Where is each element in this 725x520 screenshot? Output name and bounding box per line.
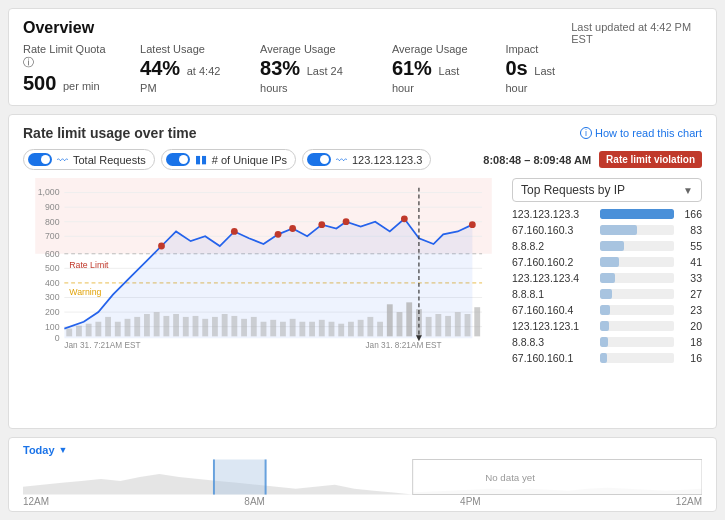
metric-avg-24h: Average Usage 83% Last 24 hours: [260, 43, 360, 95]
svg-rect-41: [212, 317, 218, 336]
svg-point-73: [318, 221, 325, 228]
how-to-link[interactable]: i How to read this chart: [580, 127, 702, 139]
mini-nav-header: Today ▼: [23, 444, 702, 456]
mini-label-2: 4PM: [460, 496, 481, 507]
ip-bar-container: [600, 257, 674, 267]
metric-value-4: 0s Last hour: [505, 57, 571, 95]
svg-rect-82: [213, 459, 267, 494]
svg-rect-68: [474, 307, 480, 336]
ip-count: 16: [680, 352, 702, 364]
svg-rect-52: [319, 320, 325, 337]
page-title: Overview: [23, 19, 571, 37]
chevron-down-icon[interactable]: ▼: [59, 445, 68, 455]
ip-address: 67.160.160.3: [512, 224, 594, 236]
svg-rect-51: [309, 322, 315, 337]
ip-list-item: 67.160.160.4 23: [512, 304, 702, 316]
ip-address: 67.160.160.1: [512, 352, 594, 364]
svg-point-69: [158, 243, 165, 250]
ip-bar: [600, 209, 674, 219]
ip-address: 67.160.160.4: [512, 304, 594, 316]
metric-value-2: 83% Last 24 hours: [260, 57, 360, 95]
dropdown-label: Top Requests by IP: [521, 183, 625, 197]
svg-rect-56: [358, 320, 364, 337]
ip-list-item: 8.8.8.1 27: [512, 288, 702, 300]
svg-text:Warning: Warning: [69, 287, 101, 297]
svg-rect-47: [270, 320, 276, 337]
mini-label-0: 12AM: [23, 496, 49, 507]
svg-rect-65: [445, 316, 451, 336]
toggle-switch-2[interactable]: [307, 153, 331, 166]
time-range-label: 8:08:48 – 8:09:48 AM: [483, 154, 591, 166]
svg-text:200: 200: [45, 307, 60, 317]
svg-rect-48: [280, 322, 286, 337]
ip-list-item: 67.160.160.3 83: [512, 224, 702, 236]
svg-rect-34: [144, 314, 150, 336]
ip-bar: [600, 273, 615, 283]
svg-point-70: [231, 228, 238, 235]
ip-bar-container: [600, 305, 674, 315]
svg-text:Jan 31, 8:21AM EST: Jan 31, 8:21AM EST: [366, 341, 442, 348]
metric-impact: Impact 0s Last hour: [505, 43, 571, 95]
toggle-total-requests[interactable]: 〰 Total Requests: [23, 149, 155, 170]
svg-text:400: 400: [45, 278, 60, 288]
svg-text:100: 100: [45, 322, 60, 332]
svg-rect-67: [465, 314, 471, 336]
toggle-ip-123[interactable]: 〰 123.123.123.3: [302, 149, 431, 170]
ip-count: 166: [680, 208, 702, 220]
metrics-row: Rate Limit Quota ⓘ 500 per min Latest Us…: [23, 43, 571, 95]
svg-rect-59: [387, 304, 393, 336]
svg-rect-39: [193, 316, 199, 336]
svg-rect-63: [426, 317, 432, 336]
svg-point-72: [289, 225, 296, 232]
toggle-unique-ips[interactable]: ▮▮ # of Unique IPs: [161, 149, 296, 170]
svg-text:500: 500: [45, 263, 60, 273]
ip-address: 8.8.8.2: [512, 240, 594, 252]
toggle-label-0: Total Requests: [73, 154, 146, 166]
ip-bar-container: [600, 273, 674, 283]
mini-label-1: 8AM: [244, 496, 265, 507]
chart-left: 1,000 900 800 700 600 500 400 300 200 10…: [23, 178, 504, 418]
mini-label-3: 12AM: [676, 496, 702, 507]
ip-list-item: 123.123.123.1 20: [512, 320, 702, 332]
svg-rect-36: [163, 316, 169, 336]
svg-text:0: 0: [55, 333, 60, 343]
ip-list-item: 123.123.123.3 166: [512, 208, 702, 220]
svg-rect-33: [134, 317, 140, 336]
svg-rect-57: [367, 317, 373, 336]
mini-chart-svg: No data yet: [23, 459, 702, 495]
violation-badge: Rate limit violation: [599, 151, 702, 168]
top-requests-dropdown[interactable]: Top Requests by IP ▼: [512, 178, 702, 202]
ip-count: 20: [680, 320, 702, 332]
metric-rate-limit: Rate Limit Quota ⓘ 500 per min: [23, 43, 108, 95]
toggle-switch-1[interactable]: [166, 153, 190, 166]
chart-right: Top Requests by IP ▼ 123.123.123.3 166 6…: [512, 178, 702, 418]
chart-title: Rate limit usage over time: [23, 125, 197, 141]
svg-rect-66: [455, 312, 461, 336]
ip-address: 8.8.8.1: [512, 288, 594, 300]
svg-rect-64: [435, 314, 441, 336]
svg-point-71: [275, 231, 282, 238]
info-icon: i: [580, 127, 592, 139]
mini-chart-area: No data yet: [23, 459, 702, 495]
ip-list-item: 8.8.8.3 18: [512, 336, 702, 348]
svg-rect-43: [231, 316, 237, 336]
ip-bar: [600, 321, 609, 331]
ip-list-item: 123.123.123.4 33: [512, 272, 702, 284]
svg-rect-58: [377, 322, 383, 337]
svg-rect-32: [125, 319, 131, 336]
metric-avg-1h: Average Usage 61% Last hour: [392, 43, 474, 95]
ip-bar-container: [600, 321, 674, 331]
toggle-switch-0[interactable]: [28, 153, 52, 166]
header-card: Overview Rate Limit Quota ⓘ 500 per min …: [8, 8, 717, 106]
ip-bar: [600, 289, 612, 299]
metric-label-1: Latest Usage: [140, 43, 228, 55]
svg-text:900: 900: [45, 202, 60, 212]
svg-rect-31: [115, 322, 121, 337]
svg-rect-27: [76, 326, 82, 337]
trend-icon-2: 〰: [336, 154, 347, 166]
ip-address: 67.160.160.2: [512, 256, 594, 268]
ip-list: 123.123.123.3 166 67.160.160.3 83 8.8.8.…: [512, 208, 702, 364]
trend-icon-0: 〰: [57, 154, 68, 166]
ip-bar: [600, 257, 619, 267]
svg-point-74: [343, 218, 350, 225]
